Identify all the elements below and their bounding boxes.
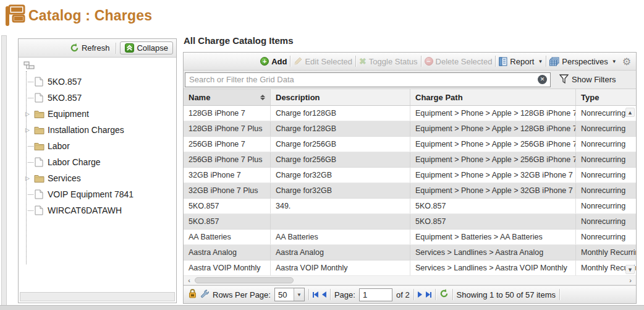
expand-arrow-icon[interactable]: ▷ — [25, 175, 30, 181]
report-button[interactable]: Report ▼ — [499, 57, 543, 66]
tree-item-label: WIRCAT6DATAWH — [48, 205, 122, 215]
add-button[interactable]: + Add — [260, 57, 287, 66]
edit-selected-button[interactable]: Edit Selected — [294, 57, 352, 66]
table-row[interactable]: 5KO.8575KO.857Nonrecurring — [184, 214, 636, 230]
table-row[interactable]: 128GB iPhone 7Charge for128GBEquipment >… — [184, 106, 636, 121]
grid-cell-type: Nonrecurring — [576, 230, 636, 244]
sort-icon[interactable] — [260, 95, 265, 100]
catalog-tree-panel: Refresh Collapse — [18, 38, 177, 303]
expand-arrow-icon[interactable]: ▷ — [25, 111, 30, 117]
collapse-label: Collapse — [137, 43, 168, 53]
table-row[interactable]: AA BatteriesAA BatteriesEquipment > Batt… — [184, 230, 636, 245]
table-row[interactable]: Aastra VOIP MonthlyAastra VOIP MonthlySe… — [184, 260, 636, 276]
expand-arrow-icon[interactable]: ▷ — [25, 127, 30, 133]
show-filters-button[interactable]: Show Filters — [559, 74, 616, 85]
show-filters-label: Show Filters — [572, 75, 616, 84]
tree-refresh-button[interactable]: Refresh — [67, 42, 112, 54]
tree-root-node[interactable] — [22, 61, 176, 74]
tree-item[interactable]: WIRCAT6DATAWH — [22, 202, 176, 218]
column-header-charge-path[interactable]: Charge Path — [410, 89, 576, 105]
gear-icon[interactable]: ⚙ — [622, 56, 631, 67]
grid-cell-name: Aastra VOIP Monthly — [184, 260, 271, 275]
charge-grid-panel: + Add Edit Selected ✖ Toggle Status − De… — [183, 52, 637, 304]
perspectives-button[interactable]: Perspectives ▼ — [549, 57, 616, 66]
tree-connector — [28, 162, 33, 163]
grid-cell-type: Monthly Recurring — [576, 245, 636, 260]
grid-toolbar: + Add Edit Selected ✖ Toggle Status − De… — [184, 53, 636, 71]
grid-refresh-button[interactable] — [439, 289, 449, 300]
page-number-input[interactable] — [359, 288, 392, 301]
scroll-down-arrow[interactable]: ▼ — [625, 265, 635, 274]
grid-cell-path: Equipment > Phone > Apple > 32GB iPhone … — [410, 183, 576, 198]
last-page-button[interactable] — [426, 291, 431, 298]
table-row[interactable]: 256GB iPhone 7Charge for256GBEquipment >… — [184, 137, 636, 152]
table-row[interactable]: 32GB iPhone 7Charge for32GBEquipment > P… — [184, 168, 636, 183]
tree-item[interactable]: VOIP Equipment 7841 — [22, 186, 176, 202]
column-header-name[interactable]: Name — [184, 89, 271, 105]
tree-collapse-button[interactable]: Collapse — [120, 41, 173, 54]
tree-item[interactable]: ▷Installation Charges — [22, 122, 176, 138]
scroll-left-arrow[interactable]: ‹ — [185, 276, 193, 285]
tree-item-label: Labor — [48, 141, 70, 151]
next-page-button[interactable] — [418, 291, 422, 298]
grid-cell-type: Nonrecurring — [576, 168, 636, 183]
horizontal-scroll-thumb[interactable] — [195, 277, 294, 283]
table-row[interactable]: 32GB iPhone 7 PlusCharge for32GBEquipmen… — [184, 183, 636, 199]
grid-cell-desc: AA Batteries — [271, 230, 410, 244]
table-row[interactable]: 5KO.857349.5KO.857Nonrecurring — [184, 199, 636, 214]
column-header-description[interactable]: Description — [271, 89, 410, 105]
grid-cell-desc: Charge for256GB — [271, 152, 410, 167]
scroll-up-arrow[interactable]: ▲ — [625, 108, 635, 117]
horizontal-scrollbar[interactable]: ‹ › — [184, 276, 636, 285]
tree-item[interactable]: ▷Services — [22, 170, 176, 186]
grid-cell-name: 256GB iPhone 7 — [184, 137, 271, 152]
tree-toolbar: Refresh Collapse — [19, 39, 176, 58]
folder-icon — [33, 110, 44, 118]
refresh-icon — [70, 43, 79, 53]
wrench-icon[interactable] — [200, 289, 209, 300]
tree-item-label: Equipment — [48, 109, 89, 119]
grid-cell-name: 32GB iPhone 7 Plus — [184, 183, 271, 198]
rows-per-page-select[interactable]: 50 ▼ — [274, 288, 305, 301]
toolbar-separator — [290, 56, 290, 67]
grid-search-row: ✕ Show Filters — [184, 71, 636, 89]
tree-connector — [28, 210, 33, 211]
grid-cell-name: 256GB iPhone 7 Plus — [184, 152, 271, 167]
grid-cell-name: Aastra Analog — [184, 245, 271, 260]
search-input[interactable] — [185, 72, 551, 87]
table-row[interactable]: Aastra AnalogAastra AnalogServices > Lan… — [184, 245, 636, 260]
pencil-icon — [294, 57, 302, 66]
left-splitter[interactable] — [1, 35, 7, 310]
catalog-icon — [4, 3, 27, 33]
chevron-down-icon: ▼ — [612, 59, 617, 64]
toggle-status-button[interactable]: ✖ Toggle Status — [359, 57, 418, 66]
tree-item[interactable]: ▷Equipment — [22, 106, 176, 122]
grid-cell-path: Equipment > Phone > Apple > 128GB iPhone… — [410, 106, 576, 121]
lock-icon[interactable] — [189, 289, 197, 300]
clear-search-icon[interactable]: ✕ — [538, 75, 547, 84]
tree-item-label: Labor Charge — [48, 157, 101, 167]
grid-cell-name: 5KO.857 — [184, 214, 271, 229]
toolbar-separator — [421, 56, 422, 67]
table-row[interactable]: 128GB iPhone 7 PlusCharge for128GBEquipm… — [184, 121, 636, 137]
delete-selected-button[interactable]: − Delete Selected — [425, 57, 493, 66]
chevron-down-icon: ▼ — [294, 288, 304, 301]
tree-item[interactable]: 5KO.857 — [22, 90, 176, 106]
chevron-down-icon: ▼ — [538, 59, 543, 64]
previous-page-button[interactable] — [322, 291, 326, 298]
edit-selected-label: Edit Selected — [305, 57, 352, 66]
page-title: Catalog : Charges — [28, 7, 152, 24]
tree-item-label: VOIP Equipment 7841 — [48, 189, 133, 199]
first-page-button[interactable] — [313, 291, 318, 298]
tree-item[interactable]: 5KO.857 — [22, 74, 176, 90]
tree-item-label: 5KO.857 — [48, 77, 82, 87]
grid-cell-path: Services > Landlines > Aastra Analog — [410, 245, 576, 260]
tree-item[interactable]: Labor — [22, 138, 176, 154]
scroll-right-arrow[interactable]: › — [626, 276, 635, 285]
file-icon — [33, 93, 44, 103]
tree-item[interactable]: Labor Charge — [22, 154, 176, 170]
rows-per-page-value: 50 — [275, 288, 294, 301]
tree-item-label: Services — [48, 173, 81, 183]
table-row[interactable]: 256GB iPhone 7 PlusCharge for256GBEquipm… — [184, 152, 636, 168]
column-header-type[interactable]: Type — [576, 89, 636, 105]
